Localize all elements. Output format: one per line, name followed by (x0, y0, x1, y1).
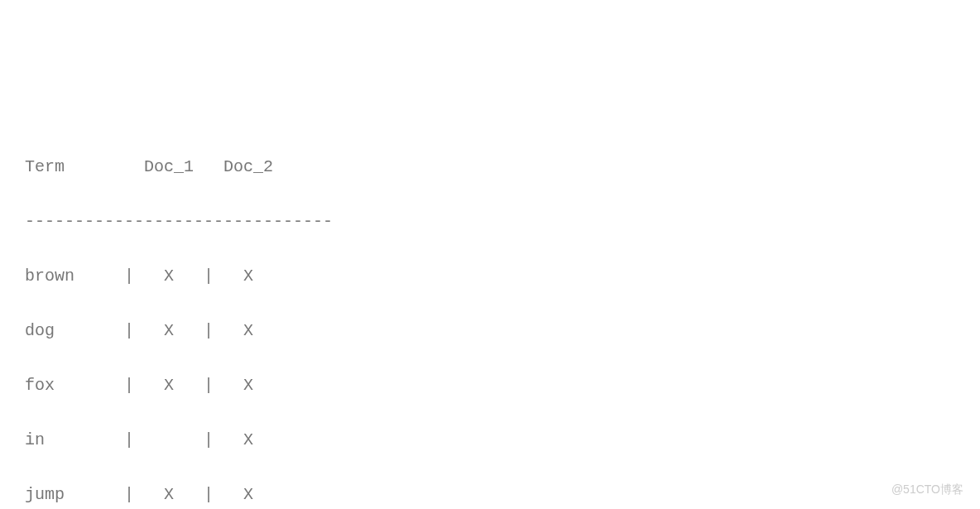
watermark: @51CTO博客 (891, 480, 963, 499)
cell-doc2: X (214, 317, 283, 344)
header-term: Term (25, 153, 124, 180)
separator: | (124, 372, 134, 399)
cell-doc2: X (214, 426, 283, 454)
cell-doc2: X (214, 481, 283, 508)
cell-term: brown (25, 262, 124, 290)
cell-term: dog (25, 317, 124, 344)
separator: | (124, 481, 134, 508)
separator: | (124, 426, 134, 454)
cell-doc2: X (214, 262, 283, 290)
separator: | (204, 317, 214, 344)
header-doc1: Doc_1 (134, 153, 204, 180)
table-row: in| |X (25, 426, 955, 454)
divider-top: ------------------------------- (25, 208, 955, 235)
separator: | (204, 481, 214, 508)
table-row: fox|X|X (25, 372, 955, 399)
cell-doc1: X (134, 481, 204, 508)
inverted-index-table: Term Doc_1 Doc_2 -----------------------… (25, 126, 955, 509)
cell-term: fox (25, 372, 124, 399)
header-doc2: Doc_2 (214, 153, 283, 180)
separator: | (204, 262, 214, 290)
table-row: dog|X|X (25, 317, 955, 344)
table-header-row: Term Doc_1 Doc_2 (25, 153, 955, 180)
cell-term: in (25, 426, 124, 454)
cell-term: jump (25, 481, 124, 508)
table-row: jump|X|X (25, 481, 955, 508)
cell-doc1: X (134, 372, 204, 399)
separator: | (204, 426, 214, 454)
cell-doc1: X (134, 262, 204, 290)
separator: | (204, 372, 214, 399)
table-row: brown|X|X (25, 262, 955, 290)
header-spacer (124, 153, 134, 180)
cell-doc1: X (134, 317, 204, 344)
cell-doc2: X (214, 372, 283, 399)
separator: | (124, 317, 134, 344)
cell-doc1 (134, 426, 204, 454)
separator: | (124, 262, 134, 290)
header-spacer (204, 153, 214, 180)
